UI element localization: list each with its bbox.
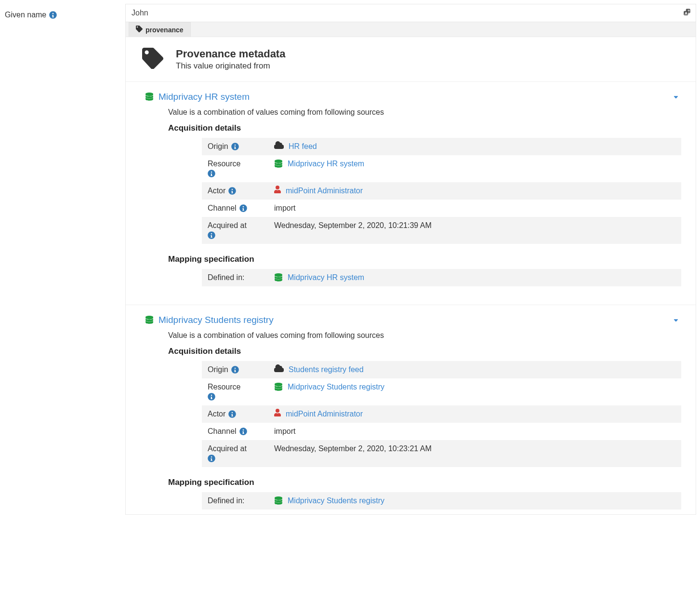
- row-channel: Channel import: [202, 423, 681, 440]
- row-origin: Origin Students registry feed: [202, 361, 681, 378]
- actor-link[interactable]: midPoint Administrator: [286, 408, 363, 420]
- origin-link[interactable]: Students registry feed: [289, 364, 364, 375]
- database-icon: [274, 496, 283, 505]
- provenance-section: Midprivacy Students registry Value is a …: [126, 305, 696, 514]
- panel-subtitle: This value originated from: [176, 61, 285, 71]
- provenance-section: Midprivacy HR system Value is a combinat…: [126, 82, 696, 305]
- tag-icon: [136, 26, 143, 34]
- origin-link[interactable]: HR feed: [289, 141, 317, 152]
- database-icon: [274, 160, 283, 168]
- field-label-text: Given name: [5, 11, 46, 19]
- info-icon[interactable]: [49, 11, 57, 19]
- info-icon[interactable]: [208, 393, 215, 401]
- resource-link[interactable]: Midprivacy Students registry: [288, 381, 384, 393]
- language-icon[interactable]: [683, 8, 691, 18]
- tab-provenance[interactable]: provenance: [129, 22, 191, 37]
- section-title-link[interactable]: Midprivacy HR system: [158, 92, 250, 102]
- row-resource: Resource Midprivacy Students registry: [202, 378, 681, 405]
- acquired-label: Acquired at: [208, 443, 247, 455]
- defined-link[interactable]: Midprivacy HR system: [288, 272, 364, 283]
- actor-link[interactable]: midPoint Administrator: [286, 185, 363, 197]
- row-channel: Channel import: [202, 200, 681, 217]
- origin-label: Origin: [208, 364, 228, 375]
- given-name-input[interactable]: [125, 4, 696, 22]
- cloud-icon: [274, 364, 284, 375]
- info-icon[interactable]: [208, 231, 215, 239]
- defined-label: Defined in:: [208, 272, 245, 283]
- acquired-label: Acquired at: [208, 220, 247, 231]
- info-icon[interactable]: [231, 143, 239, 150]
- row-defined-in: Defined in: Midprivacy Students registry: [202, 492, 681, 510]
- source-note: Value is a combination of values coming …: [140, 327, 681, 345]
- channel-value: import: [274, 202, 295, 214]
- actor-label: Actor: [208, 408, 225, 420]
- info-icon[interactable]: [208, 455, 215, 462]
- database-icon: [274, 383, 283, 391]
- tabbar: provenance: [125, 22, 696, 37]
- info-icon[interactable]: [208, 170, 215, 177]
- row-defined-in: Defined in: Midprivacy HR system: [202, 269, 681, 286]
- origin-label: Origin: [208, 141, 228, 152]
- row-acquired-at: Acquired at Wednesday, September 2, 2020…: [202, 217, 681, 244]
- resource-link[interactable]: Midprivacy HR system: [288, 158, 364, 170]
- source-note: Value is a combination of values coming …: [140, 104, 681, 121]
- mapping-heading: Mapping specification: [140, 476, 681, 489]
- database-icon: [145, 316, 154, 324]
- acquired-value: Wednesday, September 2, 2020, 10:21:39 A…: [274, 220, 432, 231]
- panel-header: Provenance metadata This value originate…: [126, 37, 696, 82]
- row-actor: Actor midPoint Administrator: [202, 405, 681, 423]
- resource-label: Resource: [208, 158, 240, 170]
- row-origin: Origin HR feed: [202, 138, 681, 155]
- channel-label: Channel: [208, 426, 237, 437]
- defined-link[interactable]: Midprivacy Students registry: [288, 495, 384, 507]
- section-title-link[interactable]: Midprivacy Students registry: [158, 315, 274, 325]
- defined-label: Defined in:: [208, 495, 245, 507]
- user-icon: [274, 408, 281, 420]
- info-icon[interactable]: [231, 366, 239, 374]
- info-icon[interactable]: [239, 428, 247, 435]
- tag-icon: [142, 48, 163, 71]
- row-actor: Actor midPoint Administrator: [202, 182, 681, 200]
- channel-value: import: [274, 426, 295, 437]
- collapse-caret-icon[interactable]: [673, 94, 679, 100]
- acquisition-heading: Acquisition details: [140, 121, 681, 135]
- channel-label: Channel: [208, 202, 237, 214]
- row-acquired-at: Acquired at Wednesday, September 2, 2020…: [202, 440, 681, 467]
- info-icon[interactable]: [228, 187, 236, 195]
- database-icon: [274, 273, 283, 282]
- info-icon[interactable]: [228, 410, 236, 418]
- tab-label: provenance: [145, 26, 184, 34]
- mapping-heading: Mapping specification: [140, 253, 681, 266]
- cloud-icon: [274, 141, 284, 152]
- database-icon: [145, 93, 154, 101]
- acquisition-heading: Acquisition details: [140, 345, 681, 358]
- field-label-given-name: Given name: [5, 11, 120, 19]
- collapse-caret-icon[interactable]: [673, 317, 679, 323]
- acquired-value: Wednesday, September 2, 2020, 10:23:21 A…: [274, 443, 432, 455]
- actor-label: Actor: [208, 185, 225, 197]
- info-icon[interactable]: [239, 204, 247, 212]
- panel-title: Provenance metadata: [176, 48, 285, 60]
- resource-label: Resource: [208, 381, 240, 393]
- user-icon: [274, 185, 281, 197]
- row-resource: Resource Midprivacy HR system: [202, 155, 681, 182]
